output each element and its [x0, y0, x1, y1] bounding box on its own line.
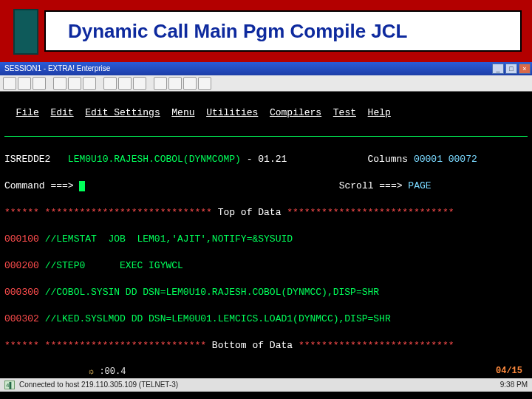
- oia-indicator-icon: 4▌: [4, 381, 15, 389]
- ispf-menu-bar[interactable]: File Edit Edit_Settings Menu Utilities C…: [4, 106, 528, 120]
- line-number: 000302: [4, 313, 39, 324]
- top-stars-right: *****************************: [287, 207, 454, 218]
- status-time: 9:38 PM: [500, 378, 528, 392]
- scroll-label: Scroll ===>: [339, 180, 403, 191]
- menu-edit[interactable]: Edit: [50, 107, 73, 118]
- toolbar-button-1[interactable]: [3, 77, 16, 90]
- toolbar-button-4[interactable]: [53, 77, 66, 90]
- bottom-stars-left: ****** ****************************: [4, 340, 206, 351]
- line-number: 000200: [4, 260, 39, 271]
- window-titlebar: SESSION1 - EXTRA! Enterprise _ □ ×: [0, 62, 532, 75]
- bottom-of-data-row: ****** **************************** Bott…: [4, 339, 528, 352]
- columns-value: 00001 00072: [414, 154, 477, 165]
- toolbar-button-10[interactable]: [154, 77, 167, 90]
- window-title: SESSION1 - EXTRA! Enterprise: [4, 62, 110, 75]
- status-bar: 4▌ Connected to host 219.110.305.109 (TE…: [0, 378, 532, 392]
- toolbar-button-11[interactable]: [168, 77, 182, 90]
- code-line[interactable]: 000200 //STEP0 EXEC IGYWCL: [4, 259, 528, 273]
- menu-test[interactable]: Test: [333, 107, 356, 118]
- toolbar-button-2[interactable]: [18, 77, 31, 90]
- member-version: - 01.21: [247, 154, 287, 165]
- toolbar-button-7[interactable]: [103, 77, 117, 90]
- editor-header-row: ISREDDE2 LEM0U10.RAJESH.COBOL(DYNMCOMP) …: [4, 153, 528, 166]
- menu-file[interactable]: File: [16, 107, 39, 118]
- top-of-data-row: ****** ***************************** Top…: [4, 206, 528, 219]
- menu-compilers[interactable]: Compilers: [270, 107, 321, 118]
- window-maximize-button[interactable]: □: [505, 64, 517, 74]
- command-label: Command ===>: [4, 180, 74, 191]
- top-stars-left: ****** *****************************: [4, 207, 212, 218]
- line-number: 000100: [4, 233, 39, 245]
- terminal-screen[interactable]: File Edit Edit_Settings Menu Utilities C…: [0, 92, 532, 378]
- toolbar: [0, 75, 532, 92]
- code-line[interactable]: 000300 //COBOL.SYSIN DD DSN=LEM0U10.RAJE…: [4, 286, 528, 299]
- menu-menu[interactable]: Menu: [171, 107, 194, 118]
- menu-utilities[interactable]: Utilities: [206, 107, 258, 118]
- toolbar-button-6[interactable]: [83, 77, 96, 90]
- command-cursor[interactable]: [79, 181, 85, 191]
- columns-label: Columns: [368, 154, 409, 165]
- toolbar-button-12[interactable]: [183, 77, 197, 90]
- toolbar-button-3[interactable]: [33, 77, 46, 90]
- bottom-stars-right: ***************************: [299, 340, 454, 351]
- window-minimize-button[interactable]: _: [492, 64, 504, 74]
- line-number: 000300: [4, 287, 39, 298]
- line-text[interactable]: //STEP0 EXEC IGYWCL: [45, 260, 183, 271]
- dataset-name: LEM0U10.RAJESH.COBOL(DYNMCOMP): [68, 154, 241, 165]
- slide-title: Dynamic Call Main Pgm Compile JCL: [68, 20, 407, 43]
- menu-edit-settings[interactable]: Edit_Settings: [85, 107, 160, 118]
- slide-title-bar: Dynamic Call Main Pgm Compile JCL: [44, 10, 522, 52]
- toolbar-button-8[interactable]: [118, 77, 132, 90]
- panel-id: ISREDDE2: [4, 154, 50, 165]
- oia-clock: ☼ ☼ :00.4:00.4: [89, 366, 126, 377]
- toolbar-button-9[interactable]: [133, 77, 146, 90]
- line-text[interactable]: //COBOL.SYSIN DD DSN=LEM0U10.RAJESH.COBO…: [45, 287, 379, 298]
- code-line[interactable]: 000100 //LEMSTAT JOB LEM01,'AJIT',NOTIFY…: [4, 233, 528, 246]
- toolbar-button-13[interactable]: [198, 77, 211, 90]
- line-text[interactable]: //LKED.SYSLMOD DD DSN=LEM0U01.LEMCICS.LO…: [45, 313, 391, 324]
- code-line[interactable]: 000302 //LKED.SYSLMOD DD DSN=LEM0U01.LEM…: [4, 313, 528, 326]
- status-text: Connected to host 219.110.305.109 (TELNE…: [19, 378, 178, 392]
- command-row: Command ===> Scroll ===> PAGE: [4, 180, 528, 193]
- toolbar-button-5[interactable]: [68, 77, 81, 90]
- bottom-of-data-label: Bottom of Data: [206, 340, 299, 351]
- menu-help[interactable]: Help: [368, 107, 391, 118]
- scroll-value[interactable]: PAGE: [408, 180, 431, 191]
- line-text[interactable]: //LEMSTAT JOB LEM01,'AJIT',NOTIFY=&SYSUI…: [45, 233, 293, 245]
- top-of-data-label: Top of Data: [212, 207, 287, 218]
- slide-counter: 04/15: [494, 365, 525, 377]
- window-close-button[interactable]: ×: [519, 64, 531, 74]
- menu-divider: [4, 134, 528, 137]
